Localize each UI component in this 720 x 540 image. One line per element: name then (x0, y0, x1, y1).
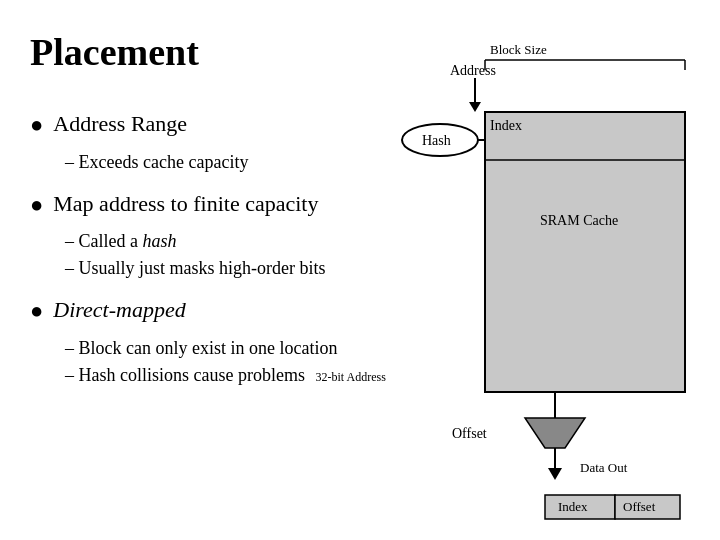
cache-rect (485, 112, 685, 392)
bullet-1: ● Address Range (30, 110, 450, 139)
block-size-label: Block Size (490, 42, 547, 57)
bottom-offset-label: Offset (623, 499, 656, 514)
addr32-inline-label: 32-bit Address (315, 370, 385, 384)
hash-italic: hash (142, 231, 176, 251)
bullet-2: ● Map address to finite capacity (30, 190, 450, 219)
content-area: ● Address Range – Exceeds cache capacity… (30, 110, 450, 403)
address-label: Address (450, 63, 496, 78)
bullet-text-3: Direct-mapped (53, 296, 185, 325)
bullet-3: ● Direct-mapped (30, 296, 450, 325)
diagram-svg: Block Size Address SRAM Cache Hash Index (390, 40, 700, 520)
address-arrowhead (469, 102, 481, 112)
sram-label: SRAM Cache (540, 213, 618, 228)
hash-label: Hash (422, 133, 451, 148)
diagram-area: Block Size Address SRAM Cache Hash Index (390, 40, 700, 500)
page: Placement ● Address Range – Exceeds cach… (0, 0, 720, 540)
data-out-label: Data Out (580, 460, 628, 475)
funnel-arrowhead (548, 468, 562, 480)
offset-funnel (525, 418, 585, 448)
bottom-index-label: Index (558, 499, 588, 514)
bullet-marker-2: ● (30, 192, 43, 218)
bullet-text-1: Address Range (53, 110, 187, 139)
hash-collisions-text: – Hash collisions cause problems (65, 365, 305, 385)
page-title: Placement (30, 30, 199, 74)
bullet-marker-1: ● (30, 112, 43, 138)
bullet-marker-3: ● (30, 298, 43, 324)
index-label-top: Index (490, 118, 522, 133)
offset-label: Offset (452, 426, 487, 441)
bullet-text-2: Map address to finite capacity (53, 190, 318, 219)
